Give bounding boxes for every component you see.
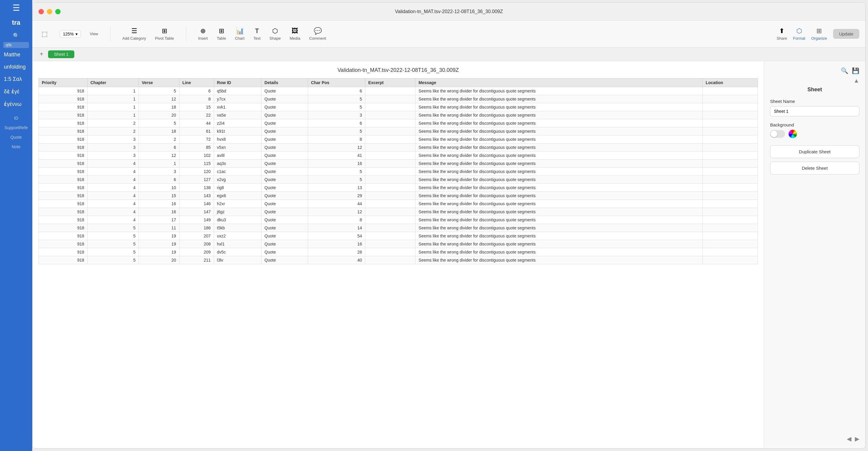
view-button[interactable]: View: [90, 32, 98, 36]
shape-button[interactable]: ⬡ Shape: [270, 27, 281, 40]
panel-top-icons: 🔍 💾: [770, 67, 859, 74]
table-row[interactable]: 918 4 16 146 h2xr Quote 44 Seems like th…: [39, 200, 758, 208]
table-row[interactable]: 918 5 19 208 hxl1 Quote 16 Seems like th…: [39, 240, 758, 248]
background-toggle[interactable]: [770, 130, 785, 138]
cell-chapter: 2: [87, 119, 138, 127]
cell-rowid: xvk1: [214, 103, 261, 111]
cell-details: Quote: [261, 256, 308, 264]
cell-charpos: 16: [308, 160, 365, 168]
cell-charpos: 12: [308, 208, 365, 216]
cell-message: Seems like the wrong divider for discont…: [415, 184, 703, 192]
sidebar-search-icon[interactable]: 🔍: [13, 33, 20, 39]
table-row[interactable]: 918 4 1 115 aq3s Quote 16 Seems like the…: [39, 160, 758, 168]
table-row[interactable]: 918 5 11 186 t5kb Quote 14 Seems like th…: [39, 224, 758, 232]
add-sheet-button[interactable]: +: [37, 50, 46, 59]
pivot-table-button[interactable]: ⊞ Pivot Table: [155, 27, 174, 40]
next-page-icon[interactable]: ▶: [855, 435, 859, 442]
insert-button[interactable]: ⊕ Insert: [198, 27, 208, 40]
table-row[interactable]: 918 1 12 8 y7cx Quote 5 Seems like the w…: [39, 95, 758, 103]
maximize-button[interactable]: [55, 9, 61, 14]
sheet-name-input[interactable]: [770, 106, 859, 116]
table-button[interactable]: ⊞ Table: [217, 27, 226, 40]
add-category-button[interactable]: ☰ Add Category: [122, 27, 146, 40]
cell-details: Quote: [261, 168, 308, 176]
panel-title: Sheet: [770, 87, 859, 93]
cell-priority: 918: [39, 176, 88, 184]
col-header-line: Line: [179, 78, 214, 87]
cell-chapter: 2: [87, 127, 138, 135]
cell-charpos: 5: [308, 127, 365, 135]
table-row[interactable]: 918 3 2 72 hvx8 Quote 8 Seems like the w…: [39, 135, 758, 143]
spreadsheet-area[interactable]: Validation-tn_MAT.tsv-2022-12-08T16_36_3…: [33, 61, 764, 448]
table-row[interactable]: 918 5 20 211 l3lv Quote 40 Seems like th…: [39, 256, 758, 264]
cell-location: [703, 248, 758, 256]
background-color-picker[interactable]: [788, 130, 797, 138]
cell-line: 22: [179, 111, 214, 119]
minimize-button[interactable]: [47, 9, 52, 14]
cell-rowid: h2xr: [214, 200, 261, 208]
sheet-tab-1[interactable]: Sheet 1: [48, 51, 74, 58]
cell-line: 127: [179, 176, 214, 184]
sidebar-item-unfolding[interactable]: unfolding: [3, 63, 30, 71]
scroll-up-icon[interactable]: ▲: [854, 77, 859, 84]
cell-message: Seems like the wrong divider for discont…: [415, 135, 703, 143]
table-row[interactable]: 918 3 12 102 av8l Quote 41 Seems like th…: [39, 152, 758, 160]
cell-rowid: z2i4: [214, 119, 261, 127]
table-row[interactable]: 918 4 10 138 rig8 Quote 13 Seems like th…: [39, 184, 758, 192]
sidebar-search-input[interactable]: q5b: [3, 42, 29, 48]
table-row[interactable]: 918 1 18 15 xvk1 Quote 5 Seems like the …: [39, 103, 758, 111]
chart-button[interactable]: 📊 Chart: [235, 27, 244, 40]
sidebar-item-matthew[interactable]: Matthe: [3, 51, 30, 59]
cell-charpos: 5: [308, 103, 365, 111]
table-row[interactable]: 918 2 18 61 k91t Quote 5 Seems like the …: [39, 127, 758, 135]
duplicate-sheet-button[interactable]: Duplicate Sheet: [770, 145, 859, 158]
window-controls: [38, 9, 61, 14]
panel-search-icon[interactable]: 🔍: [841, 67, 848, 74]
prev-page-icon[interactable]: ◀: [847, 435, 851, 442]
table-row[interactable]: 918 5 19 209 dv5c Quote 28 Seems like th…: [39, 248, 758, 256]
cell-rowid: k91t: [214, 127, 261, 135]
cell-message: Seems like the wrong divider for discont…: [415, 152, 703, 160]
cell-location: [703, 224, 758, 232]
table-row[interactable]: 918 4 3 120 c1ac Quote 5 Seems like the …: [39, 168, 758, 176]
cell-priority: 918: [39, 208, 88, 216]
cell-line: 209: [179, 248, 214, 256]
cell-chapter: 3: [87, 152, 138, 160]
organize-button[interactable]: ⊞ Organize: [811, 27, 827, 40]
sidebar-toggle-button[interactable]: ⬚: [38, 29, 51, 39]
share-button[interactable]: ⬆ Share: [777, 27, 787, 40]
zoom-control[interactable]: 125% ▾: [60, 30, 81, 38]
text-button[interactable]: T Text: [253, 27, 260, 40]
table-row[interactable]: 918 5 19 207 uxz2 Quote 54 Seems like th…: [39, 232, 758, 240]
cell-details: Quote: [261, 208, 308, 216]
delete-sheet-button[interactable]: Delete Sheet: [770, 162, 859, 174]
sidebar-quote-label: Quote: [10, 135, 22, 139]
cell-chapter: 5: [87, 248, 138, 256]
table-row[interactable]: 918 4 6 127 x2vg Quote 5 Seems like the …: [39, 176, 758, 184]
cell-rowid: v5xn: [214, 143, 261, 152]
table-row[interactable]: 918 2 5 44 z2i4 Quote 6 Seems like the w…: [39, 119, 758, 127]
table-row[interactable]: 918 4 15 143 egx6 Quote 29 Seems like th…: [39, 192, 758, 200]
cell-location: [703, 216, 758, 224]
sidebar-id-label: ID: [14, 116, 18, 121]
cell-chapter: 5: [87, 232, 138, 240]
sidebar-item-verse[interactable]: 1:5 Σαλ: [3, 75, 30, 84]
table-row[interactable]: 918 4 16 147 j6gz Quote 12 Seems like th…: [39, 208, 758, 216]
cell-location: [703, 176, 758, 184]
table-row[interactable]: 918 4 17 149 dku3 Quote 8 Seems like the…: [39, 216, 758, 224]
cell-message: Seems like the wrong divider for discont…: [415, 168, 703, 176]
update-button[interactable]: Update: [833, 29, 859, 39]
format-button[interactable]: ⬡ Format: [793, 27, 805, 40]
sidebar-item-greek2[interactable]: ἐγέννω: [3, 100, 30, 108]
table-row[interactable]: 918 1 5 6 q5bd Quote 6 Seems like the wr…: [39, 87, 758, 95]
panel-save-icon[interactable]: 💾: [852, 67, 859, 74]
table-row[interactable]: 918 1 20 22 va5e Quote 3 Seems like the …: [39, 111, 758, 119]
cell-priority: 918: [39, 127, 88, 135]
menu-icon[interactable]: ☰: [12, 3, 20, 13]
sidebar-item-greek1[interactable]: δὲ ἐγέ: [3, 87, 30, 96]
media-button[interactable]: 🖼 Media: [289, 27, 300, 40]
comment-button[interactable]: 💬 Comment: [309, 27, 326, 40]
close-button[interactable]: [38, 9, 44, 14]
col-header-charpos: Char Pos: [308, 78, 365, 87]
table-row[interactable]: 918 3 6 85 v5xn Quote 12 Seems like the …: [39, 143, 758, 152]
